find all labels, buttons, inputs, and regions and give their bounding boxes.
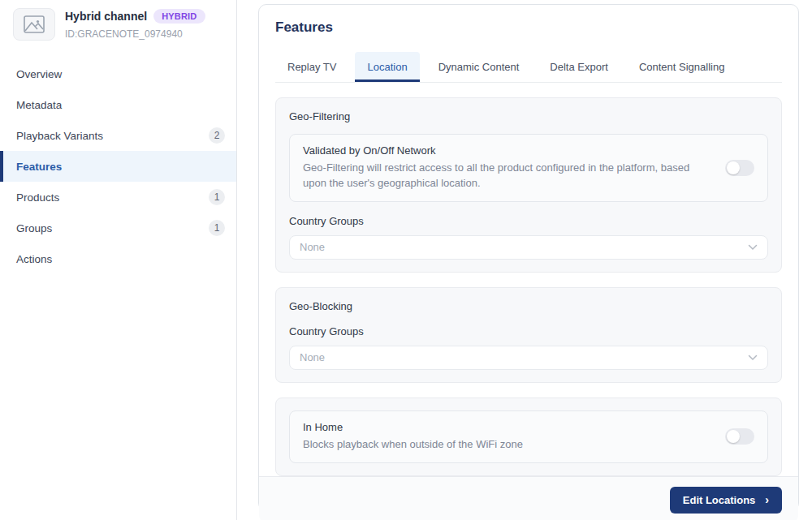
country-groups-label: Country Groups bbox=[289, 215, 768, 227]
image-placeholder-icon bbox=[24, 15, 45, 33]
geo-filtering-title: Geo-Filtering bbox=[289, 110, 768, 122]
channel-meta: Hybrid channel HYBRID ID:GRACENOTE_09749… bbox=[65, 8, 205, 40]
tab-content-signalling[interactable]: Content Signalling bbox=[627, 52, 737, 82]
sidebar-item-label: Metadata bbox=[16, 99, 62, 111]
edit-locations-label: Edit Locations bbox=[683, 494, 756, 506]
select-value: None bbox=[300, 351, 325, 363]
sidebar-item-playback-variants[interactable]: Playback Variants 2 bbox=[0, 120, 236, 151]
geo-filtering-section: Geo-Filtering Validated by On/Off Networ… bbox=[275, 97, 782, 273]
sidebar-item-overview[interactable]: Overview bbox=[0, 58, 236, 89]
on-off-network-toggle[interactable] bbox=[725, 160, 754, 176]
channel-id: ID:GRACENOTE_0974940 bbox=[65, 28, 205, 40]
sidebar-item-label: Playback Variants bbox=[16, 130, 103, 142]
sidebar-item-label: Products bbox=[16, 191, 59, 204]
sidebar-item-label: Groups bbox=[16, 222, 52, 234]
count-badge: 1 bbox=[209, 189, 225, 205]
on-off-network-text: Validated by On/Off Network Geo-Filterin… bbox=[303, 144, 706, 191]
channel-header: Hybrid channel HYBRID ID:GRACENOTE_09749… bbox=[0, 6, 236, 52]
count-badge: 2 bbox=[209, 127, 225, 144]
sidebar-item-groups[interactable]: Groups 1 bbox=[0, 213, 236, 243]
in-home-card: In Home Blocks playback when outside of … bbox=[289, 410, 768, 463]
tab-delta-export[interactable]: Delta Export bbox=[538, 52, 620, 82]
feature-tabs: Replay TV Location Dynamic Content Delta… bbox=[275, 52, 782, 83]
toggle-knob bbox=[727, 430, 740, 443]
in-home-toggle[interactable] bbox=[725, 428, 754, 445]
sidebar-item-products[interactable]: Products 1 bbox=[0, 182, 236, 213]
chevron-down-icon bbox=[748, 355, 758, 361]
edit-locations-button[interactable]: Edit Locations › bbox=[670, 487, 782, 514]
tab-replay-tv[interactable]: Replay TV bbox=[275, 52, 348, 82]
on-off-network-description: Geo-Filtering will restrict access to al… bbox=[303, 161, 706, 191]
in-home-title: In Home bbox=[303, 421, 523, 433]
channel-title: Hybrid channel bbox=[65, 10, 147, 23]
geo-blocking-title: Geo-Blocking bbox=[289, 300, 768, 312]
page-title: Features bbox=[275, 19, 782, 36]
card-footer: Edit Locations › bbox=[259, 476, 798, 520]
chevron-right-icon: › bbox=[765, 494, 769, 505]
channel-thumbnail bbox=[13, 8, 55, 41]
count-badge: 1 bbox=[209, 220, 225, 236]
sidebar-item-actions[interactable]: Actions bbox=[0, 243, 236, 274]
tab-dynamic-content[interactable]: Dynamic Content bbox=[426, 52, 532, 82]
in-home-text: In Home Blocks playback when outside of … bbox=[303, 421, 523, 453]
features-card: Features Replay TV Location Dynamic Cont… bbox=[258, 4, 799, 511]
in-home-section: In Home Blocks playback when outside of … bbox=[275, 398, 782, 476]
channel-type-badge: HYBRID bbox=[153, 9, 205, 24]
chevron-down-icon bbox=[748, 244, 758, 251]
country-groups-label: Country Groups bbox=[289, 325, 768, 337]
geo-blocking-country-groups-select[interactable]: None bbox=[289, 346, 768, 370]
sidebar-item-label: Features bbox=[16, 161, 62, 173]
sidebar-item-label: Overview bbox=[16, 68, 62, 80]
toggle-knob bbox=[727, 161, 740, 174]
sidebar: Hybrid channel HYBRID ID:GRACENOTE_09749… bbox=[0, 0, 237, 520]
geo-blocking-section: Geo-Blocking Country Groups None bbox=[275, 287, 782, 383]
on-off-network-title: Validated by On/Off Network bbox=[303, 144, 706, 157]
sidebar-nav: Overview Metadata Playback Variants 2 Fe… bbox=[0, 58, 236, 274]
select-value: None bbox=[300, 241, 325, 253]
geo-filtering-country-groups-select[interactable]: None bbox=[289, 235, 768, 260]
sidebar-item-features[interactable]: Features bbox=[0, 151, 236, 182]
on-off-network-card: Validated by On/Off Network Geo-Filterin… bbox=[289, 134, 768, 202]
main-area: Features Replay TV Location Dynamic Cont… bbox=[237, 0, 812, 520]
in-home-description: Blocks playback when outside of the WiFi… bbox=[303, 437, 523, 453]
sidebar-item-metadata[interactable]: Metadata bbox=[0, 89, 236, 120]
tab-location[interactable]: Location bbox=[355, 52, 419, 82]
sidebar-item-label: Actions bbox=[16, 253, 52, 265]
